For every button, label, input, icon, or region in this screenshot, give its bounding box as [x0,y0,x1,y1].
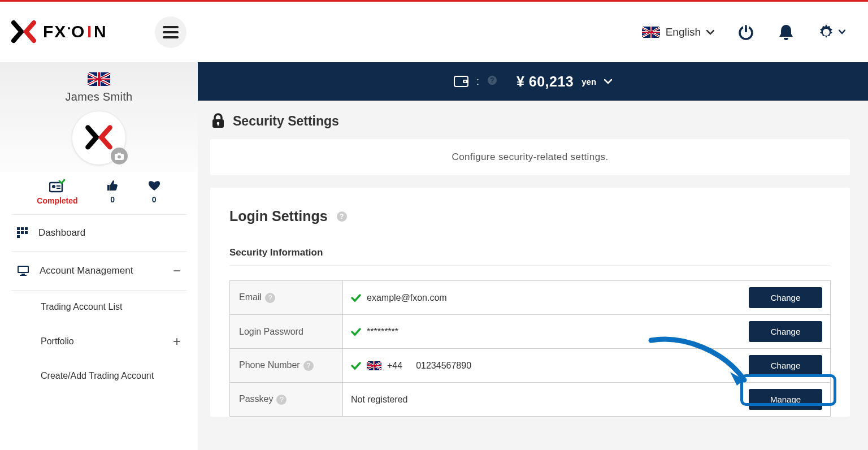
row-value: Not registered [351,395,408,405]
svg-rect-32 [20,275,27,276]
sidebar-item-portfolio[interactable]: Portfolio + [11,323,186,360]
help-icon[interactable]: ? [303,361,314,371]
svg-rect-6 [163,26,179,28]
settings-button[interactable] [817,23,845,41]
page-title: Security Settings [210,113,850,139]
svg-rect-28 [17,235,20,238]
uk-flag-icon [367,361,381,370]
heart-icon [147,179,161,192]
svg-point-14 [107,143,111,146]
table-row: Email? example@fxon.com Change [230,281,831,315]
svg-rect-26 [21,231,24,234]
help-icon[interactable]: ? [276,395,287,405]
logo-mark-icon [10,20,37,44]
chevron-down-icon [706,29,714,35]
change-password-button[interactable]: Change [749,321,822,342]
avatar-upload-button[interactable] [111,148,128,165]
hamburger-icon [163,26,179,38]
bell-icon [778,23,795,41]
stat-favs-value: 0 [152,195,157,204]
profile-stats: Completed 0 0 [11,172,186,215]
logo-text-icon: FX O I N [43,23,139,42]
svg-rect-18 [50,183,62,192]
svg-rect-31 [21,274,25,275]
sidebar-item-label: Account Management [40,265,133,276]
row-label: Email [239,292,262,302]
svg-rect-16 [118,153,121,154]
monitor-icon [17,265,29,276]
svg-text:O: O [71,23,85,41]
section-title: Login Settings [229,208,328,224]
change-email-button[interactable]: Change [749,287,822,308]
sidebar-item-label: Dashboard [38,227,85,239]
row-label: Phone Number [239,360,300,370]
manage-passkey-button[interactable]: Manage [749,389,822,410]
chevron-down-icon[interactable] [604,79,612,84]
help-icon[interactable]: ? [487,75,497,88]
language-selector[interactable]: English [642,26,714,38]
svg-text:I: I [87,23,93,41]
chevron-down-icon [839,29,845,34]
sidebar-item-trading-account-list[interactable]: Trading Account List [11,291,186,323]
main: : ? ¥ 60,213 yen Security Settings Confi… [198,62,868,450]
avatar-logo-icon [84,124,114,152]
sidebar-item-label: Trading Account List [41,302,122,312]
svg-rect-40 [218,123,219,126]
profile-name: James Smith [0,90,198,103]
sidebar-item-account-management[interactable]: Account Management − [11,252,186,291]
subsection-title: Security Information [229,247,831,266]
stat-likes-value: 0 [110,195,115,204]
table-row: Phone Number? +44 01234567890 [230,349,831,383]
brand-logo[interactable]: FX O I N [10,20,139,44]
svg-point-5 [68,27,70,29]
svg-point-19 [52,185,55,188]
svg-point-13 [824,29,829,34]
check-icon [351,328,361,336]
svg-rect-27 [25,231,28,234]
svg-rect-22 [17,227,20,230]
help-icon[interactable]: ? [265,293,275,303]
notifications-button[interactable] [778,23,795,41]
sidebar-nav: Dashboard Account Management − Trading A… [0,215,198,392]
wallet-icon [454,76,468,87]
svg-text:?: ? [490,76,494,84]
row-value: example@fxon.com [367,293,447,303]
svg-point-0 [31,37,34,40]
menu-toggle-button[interactable] [155,16,186,48]
power-button[interactable] [737,23,755,41]
sidebar-item-create-trading-account[interactable]: Create/Add Trading Account [11,360,186,392]
row-prefix: +44 [387,361,402,371]
row-value: 01234567890 [416,361,471,371]
svg-rect-20 [57,185,60,187]
lock-icon [211,113,225,129]
stat-favs: 0 [147,179,161,205]
uk-flag-icon [642,27,660,38]
help-icon[interactable]: ? [337,211,347,222]
svg-rect-7 [163,31,179,33]
stat-status: Completed [37,179,77,205]
balance-separator: : [476,76,479,88]
stat-status-label: Completed [37,196,77,205]
svg-rect-23 [21,227,24,230]
sidebar-item-label: Create/Add Trading Account [41,371,154,381]
sidebar-item-dashboard[interactable]: Dashboard [11,215,186,252]
page-title-text: Security Settings [233,114,339,129]
info-banner: Configure security-related settings. [210,139,850,175]
stat-likes: 0 [106,179,119,205]
gear-icon [817,23,835,41]
change-phone-button[interactable]: Change [749,355,822,376]
profile-flag-icon [88,72,110,86]
grid-icon [17,227,28,239]
collapse-icon: − [173,264,181,278]
check-icon [351,362,361,370]
balance-symbol: ¥ [517,73,524,89]
svg-rect-12 [745,25,747,32]
expand-icon: + [173,335,181,348]
security-info-table: Email? example@fxon.com Change [229,280,831,417]
login-settings-card: Login Settings ? Security Information Em… [210,188,850,417]
svg-rect-24 [25,227,28,230]
check-icon [351,294,361,302]
svg-point-35 [464,81,466,83]
svg-rect-25 [17,231,20,234]
header: FX O I N English [0,2,868,62]
